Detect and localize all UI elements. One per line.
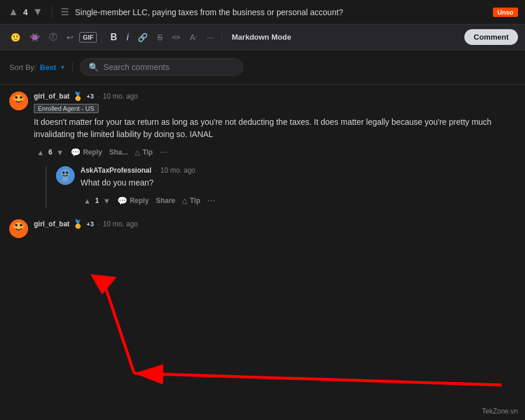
watermark: TekZone.vn	[482, 407, 518, 415]
reply-reply-icon: 💬	[117, 196, 127, 205]
sort-label: Sort By:	[9, 63, 36, 72]
search-input[interactable]	[103, 62, 235, 72]
sort-divider	[72, 62, 73, 72]
downvote-button[interactable]: ▼	[32, 5, 44, 19]
post-title: Single-member LLC, paying taxes from the…	[75, 8, 487, 17]
code-button[interactable]: <>	[169, 31, 184, 44]
comment-item: girl_of_bat 🏅 +3 · 10 mo. ago Enrolled A…	[9, 92, 516, 208]
gif-button[interactable]: GIF	[79, 32, 97, 43]
toolbar-separator	[102, 32, 102, 43]
tip-icon: △	[135, 148, 140, 156]
vote-actions: ▲ 6 ▼	[34, 146, 66, 159]
reply-avatar	[56, 166, 75, 185]
editor-toolbar: 🙂 👾 Ⓣ ↩ GIF B i 🔗 S <> A↑ ··· Markdown M…	[0, 24, 525, 50]
tip-label: Tip	[142, 148, 153, 156]
search-box: 🔍	[80, 58, 243, 76]
downvote-reply-button[interactable]: ▼	[100, 195, 114, 207]
reply-body: AskATaxProfessional · 10 mo. ago What do…	[80, 166, 516, 208]
reply-vote-count: 1	[95, 197, 99, 205]
bold-button[interactable]: B	[107, 30, 121, 45]
svg-point-2	[15, 96, 18, 99]
upvote-reply-button[interactable]: ▲	[80, 195, 94, 207]
upvote-comment-button[interactable]: ▲	[34, 146, 47, 159]
link-button[interactable]: 🔗	[134, 30, 151, 44]
reply-more-button[interactable]: ···	[204, 194, 218, 208]
comment-vote-count: 6	[48, 148, 52, 156]
downvote-comment-button[interactable]: ▼	[54, 146, 67, 159]
vote-section: ▲ 4 ▼	[7, 5, 44, 19]
reply-icon: 💬	[71, 148, 80, 157]
reply-button[interactable]: 💬 Reply	[68, 146, 105, 159]
avatar	[9, 92, 28, 110]
svg-point-3	[20, 96, 22, 99]
svg-point-12	[20, 224, 22, 226]
italic-button[interactable]: i	[123, 30, 132, 45]
reply-vote-actions: ▲ 1 ▼	[80, 195, 113, 207]
reply-item: AskATaxProfessional · 10 mo. ago What do…	[46, 166, 516, 208]
flair-badge: Enrolled Agent - US	[34, 104, 99, 113]
sort-chevron-icon: ▼	[60, 64, 65, 71]
svg-point-7	[66, 172, 68, 174]
comment-body-2: girl_of_bat 🏅 +3 · 10 mo. ago	[34, 219, 516, 238]
sort-search-bar: Sort By: Best ▼ 🔍	[0, 50, 525, 85]
superscript-button[interactable]: A↑	[186, 30, 201, 44]
strikethrough-button[interactable]: S	[153, 30, 166, 44]
text-format-button[interactable]: Ⓣ	[46, 30, 61, 45]
emoji-button[interactable]: 🙂	[7, 30, 24, 44]
svg-point-6	[62, 172, 65, 174]
reply-tip-button[interactable]: △ Tip	[179, 195, 203, 206]
award-count-2: +3	[86, 220, 94, 228]
share-label: Sha...	[109, 148, 128, 156]
reply-dot: ·	[155, 166, 157, 174]
reply-share-label: Share	[156, 197, 175, 205]
sort-by-dropdown[interactable]: Sort By: Best ▼	[9, 63, 65, 72]
comment-time: 10 mo. ago	[103, 92, 138, 100]
award-icon: 🏅	[73, 92, 83, 101]
reply-share-button[interactable]: Share	[153, 195, 178, 206]
toolbar-separator-2	[222, 32, 222, 43]
avatar-2	[9, 219, 28, 238]
reddit-button[interactable]: 👾	[26, 30, 43, 44]
tip-button[interactable]: △ Tip	[132, 146, 156, 158]
reply-tip-icon: △	[182, 197, 187, 205]
comment-submit-button[interactable]: Comment	[464, 29, 518, 45]
upvote-button[interactable]: ▲	[7, 5, 20, 19]
comments-container: girl_of_bat 🏅 +3 · 10 mo. ago Enrolled A…	[0, 85, 525, 414]
undo-button[interactable]: ↩	[63, 30, 77, 44]
post-flair: Unso	[493, 8, 519, 17]
comment-dot-2: ·	[97, 220, 99, 228]
top-bar: ▲ 4 ▼ ☰ Single-member LLC, paying taxes …	[0, 0, 525, 24]
comment-dot: ·	[97, 92, 99, 100]
divider	[52, 6, 52, 18]
reply-actions: ▲ 1 ▼ 💬 Reply Share △ T	[80, 194, 516, 208]
post-icon: ☰	[61, 6, 69, 18]
markdown-mode-button[interactable]: Markdown Mode	[227, 30, 296, 44]
comment-item-2: girl_of_bat 🏅 +3 · 10 mo. ago	[9, 219, 516, 238]
more-actions-button[interactable]: ···	[157, 145, 170, 159]
comment-author-2[interactable]: girl_of_bat	[34, 220, 69, 228]
more-format-button[interactable]: ···	[204, 30, 218, 44]
comment-actions: ▲ 6 ▼ 💬 Reply Sha... △ Tip ···	[34, 145, 516, 159]
award-count: +3	[86, 93, 94, 100]
reply-reply-button[interactable]: 💬 Reply	[114, 194, 152, 207]
reply-meta: AskATaxProfessional · 10 mo. ago	[80, 166, 516, 174]
comment-meta: girl_of_bat 🏅 +3 · 10 mo. ago	[34, 92, 516, 101]
comment-author[interactable]: girl_of_bat	[34, 92, 69, 100]
search-icon: 🔍	[89, 62, 99, 72]
svg-point-11	[15, 224, 18, 226]
reply-label: Reply	[83, 148, 102, 156]
sort-value: Best	[40, 63, 56, 72]
vote-count: 4	[23, 8, 28, 17]
award-icon-2: 🏅	[73, 219, 83, 229]
comment-meta-2: girl_of_bat 🏅 +3 · 10 mo. ago	[34, 219, 516, 229]
reply-time: 10 mo. ago	[160, 166, 195, 174]
comment-time-2: 10 mo. ago	[103, 220, 138, 228]
reply-text: What do you mean?	[80, 177, 516, 189]
share-button[interactable]: Sha...	[106, 146, 131, 158]
reply-reply-label: Reply	[130, 197, 149, 205]
comment-text: It doesn't matter for your tax return as…	[34, 116, 516, 141]
comment-body: girl_of_bat 🏅 +3 · 10 mo. ago Enrolled A…	[34, 92, 516, 208]
reply-tip-label: Tip	[190, 197, 200, 205]
reply-author[interactable]: AskATaxProfessional	[80, 166, 152, 174]
svg-point-8	[62, 176, 68, 182]
